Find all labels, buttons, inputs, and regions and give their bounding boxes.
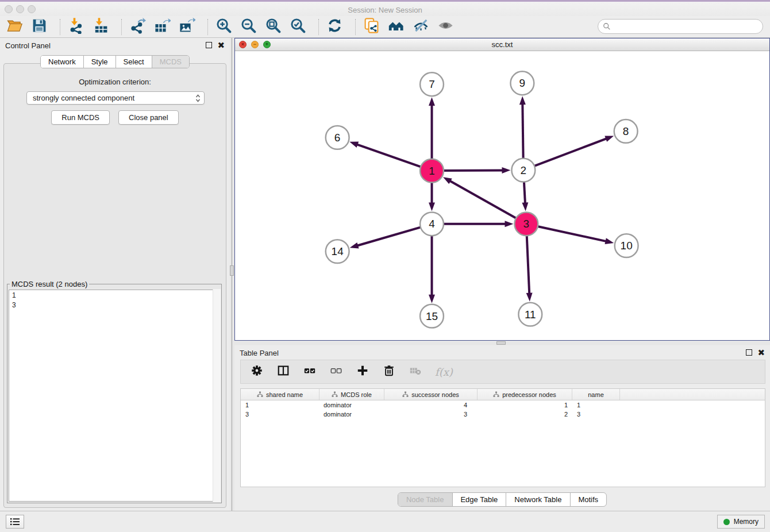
import-network-button[interactable] — [66, 17, 86, 37]
graph-node-10[interactable]: 10 — [615, 234, 638, 257]
table-row[interactable]: 3dominator323 — [241, 410, 765, 419]
table-cell[interactable]: dominator — [319, 402, 384, 408]
svg-text:1: 1 — [429, 165, 435, 177]
graph-node-11[interactable]: 11 — [518, 303, 542, 326]
toolbar-separator — [60, 19, 60, 35]
table-row[interactable]: 1dominator411 — [241, 400, 765, 410]
table-cell[interactable]: 3 — [572, 411, 620, 418]
close-panel-button[interactable]: Close panel — [118, 110, 179, 125]
column-header-shared-name[interactable]: shared name — [241, 389, 319, 400]
control-panel: Control Panel ✖ Network Style Select MCD… — [0, 38, 230, 511]
memory-button[interactable]: Memory — [717, 515, 765, 529]
criterion-select-value: strongly connected component — [33, 94, 134, 102]
svg-text:3: 3 — [523, 218, 530, 230]
toolbar-separator — [121, 19, 122, 35]
table-cell[interactable]: 3 — [384, 411, 478, 418]
open-session-button[interactable] — [5, 17, 24, 37]
eye-slash-icon — [413, 17, 429, 36]
zoom-out-button[interactable] — [238, 17, 258, 37]
table-panel-title: Table Panel — [240, 349, 279, 357]
zoom-fit-button[interactable] — [263, 17, 283, 37]
status-bar: Memory — [0, 511, 770, 532]
import-table-button[interactable] — [91, 17, 110, 37]
network-window-titlebar[interactable]: × − + scc.txt — [235, 38, 769, 51]
split-view-button[interactable] — [276, 365, 290, 379]
first-neighbors-button[interactable] — [386, 17, 406, 37]
search-input[interactable] — [614, 22, 763, 32]
graph-node-9[interactable]: 9 — [510, 71, 534, 95]
network-canvas[interactable]: 1234678910111415 — [235, 51, 769, 340]
table-cell[interactable]: 4 — [384, 402, 478, 408]
graph-node-15[interactable]: 15 — [420, 304, 444, 328]
graph-edge-3-1[interactable] — [449, 180, 526, 224]
function-builder-button[interactable]: f(x) — [435, 365, 453, 379]
export-table-button[interactable] — [152, 17, 172, 37]
refresh-view-button[interactable] — [325, 17, 344, 37]
search-field[interactable] — [598, 19, 763, 34]
sort-icon — [332, 391, 338, 398]
graph-node-1[interactable]: 1 — [420, 159, 444, 183]
tab-node-table[interactable]: Node Table — [398, 493, 453, 506]
column-header-name[interactable]: name — [572, 389, 620, 400]
table-cell[interactable]: 1 — [572, 402, 620, 408]
control-panel-close-button[interactable]: ✖ — [217, 42, 225, 48]
deselect-all-button[interactable] — [329, 365, 343, 379]
graph-edge-arrowhead — [502, 167, 510, 174]
zoom-in-button[interactable] — [214, 17, 233, 37]
export-image-button[interactable] — [177, 17, 197, 37]
graph-edge-arrowhead — [605, 238, 614, 244]
table-tabs: Node Table Edge Table Network Table Moti… — [398, 492, 607, 507]
task-list-icon — [10, 517, 20, 526]
table-cell[interactable]: 3 — [241, 411, 319, 418]
show-all-button[interactable] — [436, 17, 455, 37]
column-header-predecessor-nodes[interactable]: predecessor nodes — [478, 389, 572, 400]
graph-node-6[interactable]: 6 — [326, 126, 349, 149]
zoom-selected-button[interactable] — [288, 17, 307, 37]
tab-style[interactable]: Style — [84, 56, 116, 68]
new-network-from-selection-button[interactable] — [361, 17, 381, 37]
delete-column-button[interactable] — [382, 365, 396, 379]
tab-network-table[interactable]: Network Table — [506, 493, 570, 506]
eye-icon — [437, 17, 454, 36]
tab-motifs[interactable]: Motifs — [570, 493, 606, 506]
run-mcds-button[interactable]: Run MCDS — [51, 110, 110, 125]
vertical-splitter-handle[interactable] — [230, 265, 234, 276]
hide-selected-button[interactable] — [411, 17, 430, 37]
graph-node-8[interactable]: 8 — [614, 119, 638, 143]
delete-table-button[interactable] — [409, 365, 422, 379]
control-panel-float-button[interactable] — [206, 42, 212, 48]
horizontal-splitter[interactable] — [234, 341, 770, 345]
table-panel-close-button[interactable]: ✖ — [757, 349, 765, 356]
tab-edge-table[interactable]: Edge Table — [452, 493, 506, 506]
tab-select[interactable]: Select — [116, 56, 152, 68]
table-settings-button[interactable] — [250, 365, 264, 379]
column-header-mcds-role[interactable]: MCDS role — [319, 389, 384, 400]
fx-icon: f(x) — [435, 366, 453, 378]
svg-text:6: 6 — [334, 132, 341, 144]
export-network-button[interactable] — [128, 17, 147, 37]
add-column-button[interactable] — [356, 365, 369, 379]
graph-node-3[interactable]: 3 — [514, 212, 538, 236]
graph-node-4[interactable]: 4 — [420, 212, 444, 236]
table-cell[interactable]: 2 — [478, 411, 572, 418]
save-session-button[interactable] — [29, 17, 49, 37]
graph-node-7[interactable]: 7 — [420, 72, 444, 96]
tab-network[interactable]: Network — [41, 56, 84, 68]
result-scrollbar[interactable] — [213, 289, 221, 502]
horizontal-splitter-handle[interactable] — [496, 341, 506, 345]
mcds-result-text[interactable]: 1 3 — [9, 290, 220, 502]
vertical-splitter[interactable] — [230, 38, 234, 511]
graph-node-14[interactable]: 14 — [326, 240, 349, 263]
select-all-button[interactable] — [303, 365, 317, 379]
table-cell[interactable]: dominator — [319, 411, 384, 418]
task-history-button[interactable] — [6, 515, 24, 529]
graph-node-2[interactable]: 2 — [511, 159, 535, 182]
table-cell[interactable]: 1 — [478, 402, 572, 408]
criterion-select[interactable]: strongly connected component — [26, 91, 205, 105]
column-header-successor-nodes[interactable]: successor nodes — [384, 389, 478, 400]
table-cell[interactable]: 1 — [241, 402, 319, 408]
export-table-icon — [154, 17, 171, 36]
graph-edge-2-8[interactable] — [523, 138, 607, 171]
tab-mcds[interactable]: MCDS — [152, 56, 189, 68]
table-panel-float-button[interactable] — [746, 349, 752, 356]
